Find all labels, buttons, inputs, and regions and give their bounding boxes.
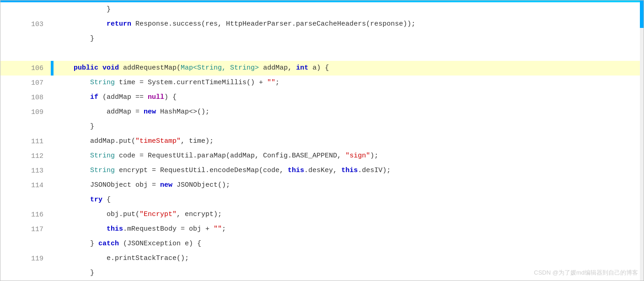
line-number: 114	[0, 182, 51, 189]
line-number: 107	[0, 79, 51, 87]
code-area: } 103 return Response.success(res, HttpH…	[0, 2, 644, 281]
code-line: 117 this.mRequestBody = obj + "";	[0, 222, 644, 237]
code-content: obj.put("Encrypt", encrypt);	[54, 207, 222, 222]
watermark: CSDN @为了媛md编辑器到自己的博客	[534, 269, 638, 277]
code-line-try: try {	[0, 193, 644, 207]
code-content	[54, 46, 61, 61]
line-number: 109	[0, 108, 51, 116]
code-content: String time = System.currentTimeMillis()…	[54, 76, 279, 90]
code-line-106: 106 public void addRequestMap(Map<String…	[0, 61, 644, 76]
line-number: 117	[0, 226, 51, 233]
code-content: addMap.put("timeStamp", time);	[54, 134, 214, 149]
code-line: 111 addMap.put("timeStamp", time);	[0, 134, 644, 149]
code-content: this.mRequestBody = obj + "";	[54, 222, 226, 237]
code-line: 116 obj.put("Encrypt", encrypt);	[0, 207, 644, 222]
code-content: String encrypt = RequestUtil.encodeDesMa…	[54, 163, 391, 178]
code-content: e.printStackTrace();	[54, 251, 189, 266]
line-number: 103	[0, 21, 51, 28]
code-line-catch: } catch (JSONException e) {	[0, 237, 644, 251]
line-number: 112	[0, 152, 51, 160]
line-number: 113	[0, 167, 51, 175]
code-content: }	[54, 2, 111, 17]
code-content: public void addRequestMap(Map<String, St…	[54, 61, 329, 76]
line-number: 108	[0, 94, 51, 102]
code-line: 103 return Response.success(res, HttpHea…	[0, 17, 644, 32]
scrollbar-right[interactable]	[640, 0, 644, 281]
editor-container: } 103 return Response.success(res, HttpH…	[0, 0, 644, 281]
code-content: }	[54, 119, 94, 134]
code-content: String code = RequestUtil.paraMap(addMap…	[54, 149, 378, 163]
code-content: addMap = new HashMap<>();	[54, 105, 209, 119]
line-number: 116	[0, 211, 51, 219]
scrollbar-thumb[interactable]	[640, 0, 644, 28]
code-line: 107 String time = System.currentTimeMill…	[0, 76, 644, 90]
code-line: }	[0, 32, 644, 46]
code-content: } catch (JSONException e) {	[54, 237, 201, 251]
code-line: 114 JSONObject obj = new JSONObject();	[0, 178, 644, 193]
code-line: 113 String encrypt = RequestUtil.encodeD…	[0, 163, 644, 178]
code-line	[0, 46, 644, 61]
line-number: 106	[0, 65, 51, 72]
code-content: JSONObject obj = new JSONObject();	[54, 178, 230, 193]
code-line: }	[0, 119, 644, 134]
line-number: 111	[0, 138, 51, 146]
code-content: }	[54, 32, 94, 46]
code-line: 119 e.printStackTrace();	[0, 251, 644, 266]
code-line: 108 if (addMap == null) {	[0, 90, 644, 105]
code-line: }	[0, 2, 644, 17]
code-line: 112 String code = RequestUtil.paraMap(ad…	[0, 149, 644, 163]
code-content: try {	[54, 193, 111, 207]
code-line: 109 addMap = new HashMap<>();	[0, 105, 644, 119]
line-number: 119	[0, 255, 51, 263]
code-content: if (addMap == null) {	[54, 90, 177, 105]
code-content: return Response.success(res, HttpHeaderP…	[54, 17, 415, 32]
code-content: }	[54, 266, 94, 281]
